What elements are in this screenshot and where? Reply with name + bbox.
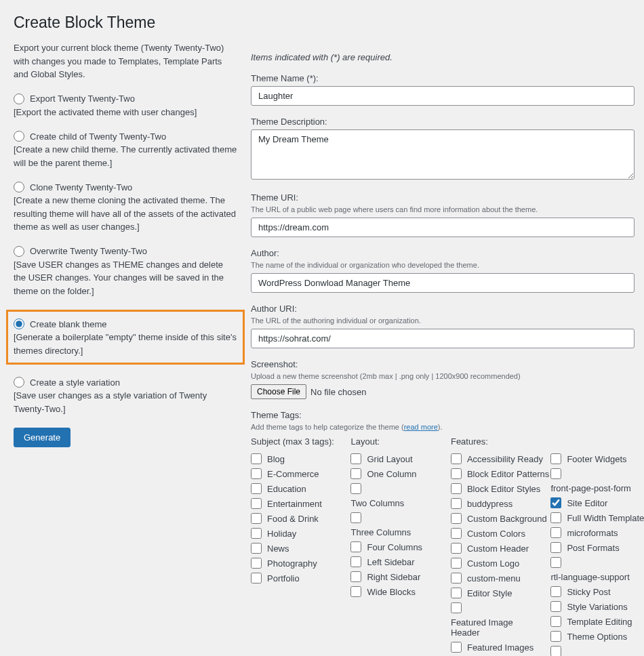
tag-label[interactable]: Photography <box>267 558 317 569</box>
tag-label[interactable]: Featured Images <box>467 642 534 653</box>
tag-label[interactable]: Theme Options <box>567 632 627 642</box>
tag-checkbox[interactable] <box>550 601 561 612</box>
tag-checkbox[interactable] <box>251 468 262 479</box>
tag-label[interactable]: custom-menu <box>467 573 521 583</box>
tag-label[interactable]: Four Columns <box>367 542 422 552</box>
tag-checkbox[interactable] <box>451 513 462 524</box>
tag-label[interactable]: Editor Style <box>467 588 512 598</box>
generate-button[interactable]: Generate <box>14 428 71 447</box>
tag-checkbox[interactable] <box>451 588 462 598</box>
option-label[interactable]: Create blank theme <box>30 319 106 329</box>
tag-checkbox[interactable] <box>550 586 561 597</box>
author-input[interactable] <box>251 273 635 293</box>
option-radio[interactable] <box>14 131 24 142</box>
tag-checkbox[interactable] <box>251 498 262 509</box>
tag-checkbox[interactable] <box>550 527 561 538</box>
tag-checkbox[interactable] <box>251 558 262 569</box>
tag-label[interactable]: Two Columns <box>350 498 434 508</box>
tag-checkbox[interactable] <box>350 571 361 582</box>
tag-label[interactable]: One Column <box>367 469 416 479</box>
tag-label[interactable]: microformats <box>567 528 618 538</box>
tag-label[interactable]: Education <box>267 484 306 494</box>
tag-checkbox[interactable] <box>350 586 361 597</box>
theme-uri-input[interactable] <box>251 218 635 237</box>
read-more-link[interactable]: read more <box>404 423 438 431</box>
tag-label[interactable]: Full Width Template <box>567 513 644 523</box>
tag-checkbox[interactable] <box>251 528 262 539</box>
author-uri-input[interactable] <box>251 329 635 348</box>
choose-file-button[interactable]: Choose File <box>251 384 306 399</box>
tag-checkbox[interactable] <box>251 543 262 554</box>
tag-label[interactable]: buddypress <box>467 499 512 509</box>
tag-label[interactable]: Grid Layout <box>367 454 412 464</box>
tag-checkbox[interactable] <box>350 483 361 494</box>
tag-checkbox[interactable] <box>451 642 462 653</box>
tag-label[interactable]: Accessibility Ready <box>467 454 543 464</box>
option-radio[interactable] <box>14 319 24 329</box>
tag-label[interactable]: Portfolio <box>267 573 300 583</box>
tag-label[interactable]: Entertainment <box>267 499 322 509</box>
tag-label[interactable]: Footer Widgets <box>567 454 626 464</box>
tag-checkbox[interactable] <box>451 483 462 494</box>
tag-checkbox[interactable] <box>350 512 361 523</box>
option-radio[interactable] <box>14 94 24 104</box>
tag-checkbox[interactable] <box>451 543 462 554</box>
tag-label[interactable]: Custom Background <box>467 514 547 524</box>
tag-checkbox[interactable] <box>251 453 262 464</box>
tag-checkbox[interactable] <box>451 573 462 583</box>
tag-checkbox[interactable] <box>451 453 462 464</box>
tag-checkbox[interactable] <box>451 602 462 613</box>
tag-checkbox[interactable] <box>550 631 561 642</box>
tag-checkbox[interactable] <box>350 468 361 479</box>
tag-label[interactable]: Food & Drink <box>267 514 319 524</box>
option-radio[interactable] <box>14 377 24 388</box>
tag-checkbox[interactable] <box>550 616 561 627</box>
tag-label[interactable]: Sticky Post <box>567 587 610 597</box>
option-label[interactable]: Create child of Twenty Twenty-Two <box>30 131 166 142</box>
tag-checkbox[interactable] <box>451 528 462 539</box>
option-label[interactable]: Create a style variation <box>30 377 120 388</box>
theme-desc-input[interactable] <box>251 129 635 180</box>
tag-label[interactable]: Template Editing <box>567 617 632 627</box>
tag-checkbox[interactable] <box>251 513 262 524</box>
tag-label[interactable]: Style Variations <box>567 602 627 612</box>
tag-label[interactable]: Three Columns <box>350 527 434 537</box>
tag-label[interactable]: E-Commerce <box>267 469 319 479</box>
tag-label[interactable]: Right Sidebar <box>367 572 420 582</box>
tag-label[interactable]: Custom Logo <box>467 558 519 569</box>
tag-label[interactable]: Custom Header <box>467 544 529 554</box>
tag-label[interactable]: Custom Colors <box>467 529 525 539</box>
tag-checkbox[interactable] <box>550 542 561 553</box>
tag-label[interactable]: Left Sidebar <box>367 557 414 567</box>
tag-checkbox[interactable] <box>451 498 462 509</box>
tag-label[interactable]: Wide Blocks <box>367 587 416 597</box>
tag-checkbox[interactable] <box>550 646 561 656</box>
tag-label[interactable]: Featured Image Header <box>451 617 534 638</box>
tag-checkbox[interactable] <box>550 557 561 568</box>
tag-label[interactable]: front-page-post-form <box>550 483 634 493</box>
tag-label[interactable]: rtl-language-support <box>550 572 634 582</box>
tag-label[interactable]: Holiday <box>267 529 296 539</box>
option-label[interactable]: Export Twenty Twenty-Two <box>30 94 135 104</box>
option-label[interactable]: Clone Twenty Twenty-Two <box>30 182 132 192</box>
theme-name-input[interactable] <box>251 86 635 106</box>
tag-checkbox[interactable] <box>251 483 262 494</box>
tag-checkbox[interactable] <box>251 573 262 583</box>
tag-label[interactable]: Blog <box>267 454 285 464</box>
tag-label[interactable]: Site Editor <box>567 498 607 508</box>
tag-label[interactable]: Post Formats <box>567 543 619 553</box>
tag-checkbox[interactable] <box>451 558 462 569</box>
tag-checkbox[interactable] <box>550 468 561 479</box>
tag-checkbox[interactable] <box>350 556 361 567</box>
tag-checkbox[interactable] <box>550 512 561 523</box>
option-radio[interactable] <box>14 246 24 257</box>
tag-checkbox[interactable] <box>550 497 561 508</box>
tag-label[interactable]: News <box>267 544 289 554</box>
tag-checkbox[interactable] <box>550 453 561 464</box>
tag-label[interactable]: Block Editor Patterns <box>467 469 549 479</box>
tag-checkbox[interactable] <box>350 453 361 464</box>
option-radio[interactable] <box>14 182 24 192</box>
option-label[interactable]: Overwrite Twenty Twenty-Two <box>30 246 147 256</box>
tag-label[interactable]: Block Editor Styles <box>467 484 540 494</box>
tag-checkbox[interactable] <box>350 541 361 552</box>
